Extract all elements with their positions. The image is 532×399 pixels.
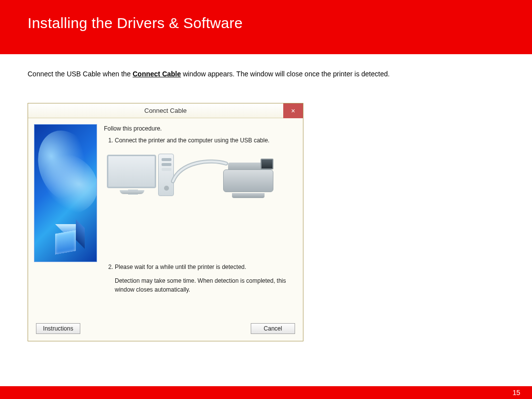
dialog-content: Follow this procedure. Connect the print… [97,118,303,320]
dialog-footer: Instructions Cancel [28,320,303,341]
page-header: Installing the Drivers & Software [0,0,532,54]
dialog-body: Follow this procedure. Connect the print… [28,118,303,320]
connect-cable-dialog: Connect Cable × Follow this proc [28,103,303,341]
decorative-graphic [34,124,97,262]
dialog-lead: Follow this procedure. [104,125,295,132]
step-2: Please wait for a while until the printe… [115,263,295,271]
document-page: Installing the Drivers & Software Connec… [0,0,532,399]
dialog-note: Detection may take some time. When detec… [115,276,295,294]
usb-connection-illustration [107,152,279,203]
step-1: Connect the printer and the computer usi… [115,136,295,145]
instructions-button[interactable]: Instructions [36,323,80,334]
printer-icon [221,159,275,197]
dialog-steps-2: Please wait for a while until the printe… [104,263,295,271]
dialog-titlebar: Connect Cable × [28,103,303,118]
instruction-post: window appears. The window will close on… [181,70,390,78]
page-footer: 15 [0,386,532,399]
cancel-button[interactable]: Cancel [251,323,295,334]
close-button[interactable]: × [283,103,303,118]
dialog-title: Connect Cable [144,107,187,114]
page-body: Connect the USB Cable when the Connect C… [0,54,532,341]
page-number: 15 [512,389,520,397]
dialog-steps: Connect the printer and the computer usi… [104,136,295,145]
close-icon: × [291,107,295,115]
dialog-screenshot: Connect Cable × Follow this proc [28,103,504,341]
page-title: Installing the Drivers & Software [28,15,504,32]
monitor-icon [107,155,156,188]
instruction-bold: Connect Cable [133,70,181,78]
instruction-pre: Connect the USB Cable when the [28,70,133,78]
instruction-text: Connect the USB Cable when the Connect C… [28,69,504,79]
dialog-side-image [28,118,97,320]
